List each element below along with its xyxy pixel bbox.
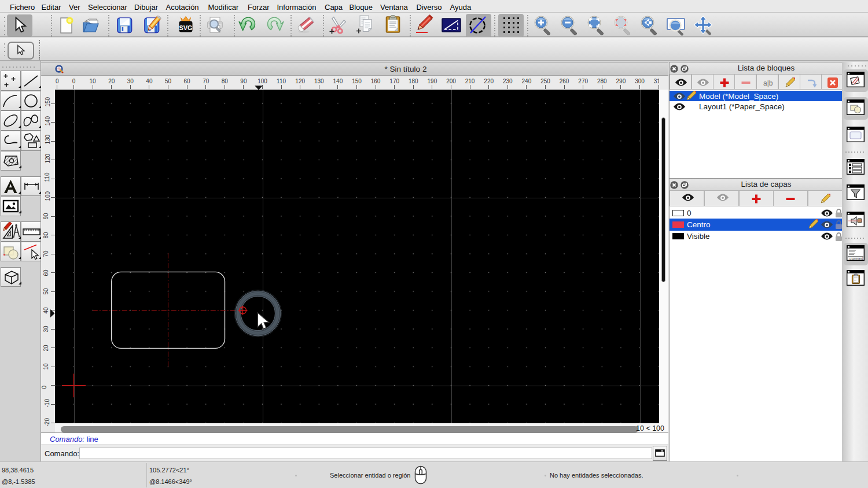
svg-text:c command: c command <box>849 257 863 260</box>
svg-text:SVG: SVG <box>179 24 192 31</box>
